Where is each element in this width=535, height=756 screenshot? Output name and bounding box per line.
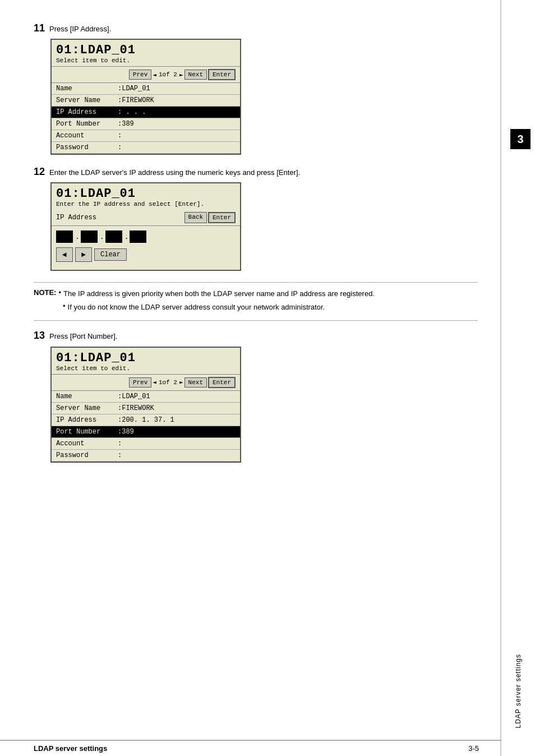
step-13-instruction: Press [Port Number]. (49, 330, 117, 342)
lcd13-nav: Prev ◄ 1of 2 ► Next Enter (52, 374, 240, 391)
footer-left-label: LDAP server settings (34, 744, 107, 753)
step-13-number: 13 (34, 330, 46, 342)
lcd12-clear-btn[interactable]: Clear (94, 248, 127, 261)
lcd11-row-portnumber: Port Number :389 (52, 118, 240, 130)
lcd13-right-arrow[interactable]: ► (179, 379, 183, 386)
lcd13-label-name: Name (56, 393, 118, 400)
lcd11-label-servername: Server Name (56, 96, 118, 104)
lcd-panel-step13: 01:LDAP_01 Select item to edit. Prev ◄ 1… (50, 347, 241, 463)
lcd12-dot-2: . (100, 233, 104, 241)
lcd13-subtitle: Select item to edit. (52, 365, 240, 374)
lcd12-subtitle: Enter the IP address and select [Enter]. (52, 201, 240, 210)
lcd12-ip-field-1[interactable] (56, 231, 73, 243)
lcd11-page-info: 1of 2 (159, 71, 177, 78)
lcd11-row-account: Account : (52, 130, 240, 142)
step-12-instruction: Enter the LDAP server's IP address using… (49, 166, 300, 178)
lcd11-value-password: : (118, 144, 122, 151)
step-11-number: 11 (34, 22, 46, 34)
lcd13-prev-btn[interactable]: Prev (129, 377, 151, 388)
lcd11-row-name: Name :LDAP_01 (52, 83, 240, 95)
lcd12-ip-field-3[interactable] (105, 231, 122, 243)
lcd12-left-arrow-btn[interactable]: ◄ (56, 247, 73, 262)
note-text-1: The IP address is given priority when bo… (63, 288, 375, 299)
lcd11-label-portnumber: Port Number (56, 120, 118, 128)
lcd12-enter-btn[interactable]: Enter (208, 212, 236, 223)
bottom-bar: LDAP server settings 3-5 (0, 740, 501, 756)
step-13: 13 Press [Port Number]. (34, 330, 478, 342)
lcd11-row-servername: Server Name :FIREWORK (52, 95, 240, 107)
lcd13-label-password: Password (56, 451, 118, 459)
note-line-1: NOTE: • The IP address is given priority… (34, 288, 478, 299)
lcd11-value-account: : (118, 132, 122, 140)
lcd12-title: 01:LDAP_01 (52, 183, 240, 201)
lcd11-label-password: Password (56, 144, 118, 151)
lcd13-label-servername: Server Name (56, 404, 118, 412)
lcd13-row-password: Password : (52, 450, 240, 462)
note-text-2: If you do not know the LDAP server addre… (68, 302, 325, 313)
lcd11-value-servername: :FIREWORK (118, 96, 154, 104)
lcd13-value-account: : (118, 440, 122, 448)
lcd13-row-name: Name :LDAP_01 (52, 391, 240, 403)
step-11-instruction: Press [IP Address]. (49, 22, 111, 34)
right-sidebar: 3 LDAP server settings (501, 0, 535, 756)
step-12: 12 Enter the LDAP server's IP address us… (34, 166, 478, 178)
lcd11-left-arrow[interactable]: ◄ (153, 71, 156, 79)
lcd11-enter-btn[interactable]: Enter (208, 69, 236, 80)
lcd11-row-ipaddress[interactable]: IP Address : . . . (52, 107, 240, 118)
lcd11-value-portnumber: :389 (118, 120, 134, 128)
lcd13-row-account: Account : (52, 438, 240, 450)
lcd11-label-ipaddress: IP Address (56, 108, 118, 116)
lcd13-enter-btn[interactable]: Enter (208, 377, 236, 388)
lcd12-ip-input-row: . . . (52, 226, 240, 245)
note-bullet-2: • (63, 302, 66, 310)
note-title: NOTE: (34, 288, 56, 297)
lcd11-label-account: Account (56, 132, 118, 140)
lcd12-dot-3: . (124, 233, 129, 241)
lcd-panel-step11: 01:LDAP_01 Select item to edit. Prev ◄ 1… (50, 39, 241, 155)
lcd11-value-name: :LDAP_01 (118, 85, 150, 93)
lcd12-ip-field-2[interactable] (81, 231, 98, 243)
lcd13-page-info: 1of 2 (159, 379, 177, 386)
lcd12-arrows-row: ◄ ► Clear (52, 245, 240, 264)
note-bullet-1: • (58, 288, 61, 297)
lcd13-left-arrow[interactable]: ◄ (153, 379, 156, 386)
sidebar-label: LDAP server settings (514, 654, 522, 729)
lcd12-header: IP Address Back Enter (52, 210, 240, 226)
lcd12-ip-label: IP Address (56, 214, 96, 222)
lcd13-row-portnumber[interactable]: Port Number :389 (52, 426, 240, 438)
lcd11-label-name: Name (56, 85, 118, 93)
lcd13-value-name: :LDAP_01 (118, 393, 150, 400)
lcd13-row-servername: Server Name :FIREWORK (52, 403, 240, 414)
lcd13-label-ipaddress: IP Address (56, 416, 118, 424)
lcd12-ip-field-4[interactable] (130, 231, 146, 243)
step-11: 11 Press [IP Address]. (34, 22, 478, 34)
lcd11-right-arrow[interactable]: ► (179, 71, 183, 79)
lcd13-next-btn[interactable]: Next (185, 377, 207, 388)
lcd12-dot-1: . (75, 233, 80, 241)
lcd12-btn-group: Back Enter (185, 212, 236, 223)
lcd13-value-password: : (118, 451, 122, 459)
lcd11-prev-btn[interactable]: Prev (129, 70, 151, 80)
lcd12-right-arrow-btn[interactable]: ► (75, 247, 92, 262)
step-12-number: 12 (34, 166, 46, 178)
lcd13-row-ipaddress: IP Address :200. 1. 37. 1 (52, 414, 240, 426)
lcd13-value-servername: :FIREWORK (118, 404, 154, 412)
lcd11-next-btn[interactable]: Next (185, 70, 207, 80)
lcd13-label-portnumber: Port Number (56, 428, 118, 436)
lcd11-title: 01:LDAP_01 (52, 40, 240, 57)
lcd13-title: 01:LDAP_01 (52, 348, 240, 365)
section-badge: 3 (510, 129, 531, 149)
lcd11-row-password: Password : (52, 142, 240, 154)
lcd13-value-portnumber: :389 (118, 428, 134, 436)
footer-right-label: 3-5 (468, 744, 479, 753)
lcd12-back-btn[interactable]: Back (185, 212, 207, 223)
lcd11-subtitle: Select item to edit. (52, 57, 240, 66)
lcd-panel-step12: 01:LDAP_01 Enter the IP address and sele… (50, 182, 241, 271)
note-line-2: • If you do not know the LDAP server add… (34, 302, 478, 313)
lcd11-nav: Prev ◄ 1of 2 ► Next Enter (52, 66, 240, 83)
lcd13-label-account: Account (56, 440, 118, 448)
lcd11-value-ipaddress: : . . . (118, 108, 146, 116)
note-section: NOTE: • The IP address is given priority… (34, 282, 478, 321)
lcd13-value-ipaddress: :200. 1. 37. 1 (118, 416, 174, 424)
